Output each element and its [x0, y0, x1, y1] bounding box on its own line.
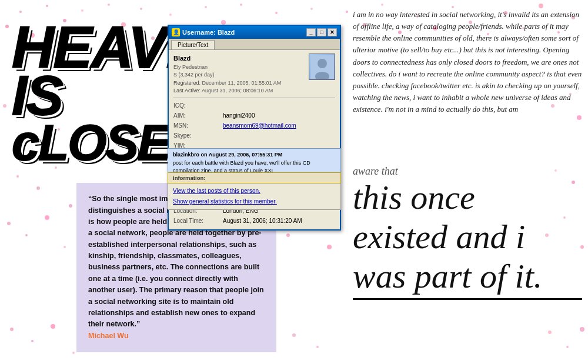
svg-point-61: [316, 346, 319, 348]
msn-label: MSN:: [173, 121, 220, 131]
svg-point-21: [346, 11, 348, 13]
svg-point-32: [539, 4, 543, 8]
svg-point-65: [16, 175, 19, 178]
svg-point-44: [577, 115, 582, 120]
dialog-last-active: Last Active: August 31, 2006; 08:06:10 A…: [173, 87, 281, 95]
aim-label: AIM:: [173, 111, 220, 121]
aware-that-text: aware that: [353, 165, 398, 177]
svg-point-56: [10, 328, 14, 331]
dialog-icon: 👤: [172, 28, 180, 36]
svg-point-0: [5, 25, 9, 28]
aim-value: hangini2400: [223, 111, 255, 121]
svg-point-1: [19, 11, 22, 13]
svg-point-50: [286, 233, 290, 237]
local-time-label: Local Time:: [173, 216, 220, 226]
svg-point-62: [548, 330, 552, 334]
dialog-tabs: Picture/Text: [169, 39, 340, 50]
dialog-registered: Registered: December 11, 2005; 01:55:01 …: [173, 79, 281, 88]
maximize-button[interactable]: □: [317, 28, 326, 36]
intro-paragraph: i am in no way interested in social netw…: [353, 9, 582, 115]
svg-point-73: [318, 59, 327, 68]
user-avatar: [309, 54, 335, 80]
svg-point-9: [140, 8, 142, 10]
this-once-text: this once: [353, 178, 582, 218]
svg-point-52: [327, 245, 332, 249]
bottom-note-author: blazinkbro on August 29, 2006, 07:55:31 …: [173, 152, 282, 158]
poetic-text: aware that this once existed and i was p…: [353, 165, 582, 300]
skype-label: Skype:: [173, 131, 220, 141]
icq-label: ICQ:: [173, 101, 220, 111]
quote-author: Michael Wu: [88, 332, 129, 340]
svg-point-47: [45, 215, 49, 220]
svg-point-58: [51, 324, 55, 329]
svg-point-5: [81, 9, 83, 12]
dialog-links-section: View the last posts of this person. Show…: [168, 183, 341, 210]
svg-point-3: [46, 5, 48, 7]
svg-point-27: [452, 6, 454, 8]
svg-point-19: [310, 8, 313, 10]
svg-point-64: [580, 327, 584, 332]
minimize-button[interactable]: _: [306, 28, 316, 36]
svg-point-45: [7, 222, 11, 225]
svg-point-46: [25, 234, 28, 236]
local-time-value: August 31, 2006; 10:31:20 AM: [223, 216, 302, 226]
close-button[interactable]: ✕: [328, 28, 337, 36]
dialog-subtitle: Ely Pedestrian: [173, 64, 281, 72]
svg-point-23: [381, 4, 383, 6]
svg-point-15: [240, 4, 242, 6]
show-statistics-link[interactable]: Show general statistics for this member.: [173, 196, 336, 207]
svg-point-49: [69, 204, 72, 208]
dialog-username: Blazd: [173, 54, 281, 64]
svg-point-13: [205, 6, 207, 8]
bottom-note-text: post for each battle with Blazd you have…: [173, 160, 310, 174]
dialog-title: Username: Blazd: [182, 29, 235, 36]
tab-picture-text[interactable]: Picture/Text: [171, 40, 215, 49]
svg-point-59: [72, 352, 75, 354]
view-last-posts-link[interactable]: View the last posts of this person.: [173, 186, 336, 196]
msn-value: beansmom69@hotmail.com: [223, 121, 296, 131]
was-part-text: was part of it.: [353, 257, 582, 300]
existed-and-text: existed and i: [353, 218, 582, 257]
svg-point-60: [292, 333, 296, 337]
dialog-information-label: Information:: [168, 172, 341, 183]
svg-point-35: [3, 104, 6, 108]
dialog-titlebar: 👤 Username: Blazd _ □ ✕: [169, 26, 340, 39]
svg-point-57: [31, 340, 34, 342]
svg-point-7: [108, 4, 110, 6]
svg-point-63: [566, 346, 569, 348]
svg-point-66: [36, 186, 40, 190]
svg-point-48: [64, 246, 66, 248]
svg-point-17: [275, 12, 278, 14]
dialog-posts: S (3,342 per day): [173, 71, 281, 79]
